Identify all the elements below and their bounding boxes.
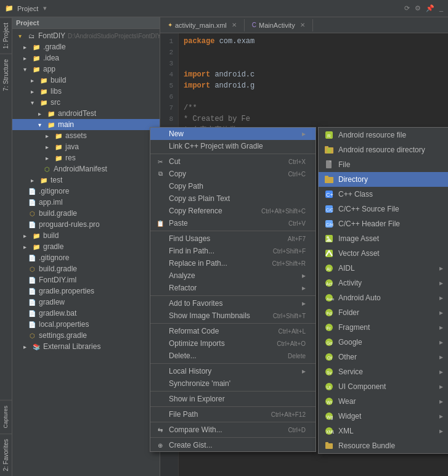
- tree-item-assets[interactable]: ▸ 📁 assets: [12, 130, 160, 141]
- tree-item-proguard[interactable]: 📄 proguard-rules.pro: [12, 219, 160, 230]
- menu-copyref-label: Copy Reference: [169, 207, 222, 215]
- tree-item-localprops[interactable]: 📄 local.properties: [12, 319, 160, 330]
- sync-icon[interactable]: ⟳: [404, 4, 410, 12]
- menu-item-replacepath[interactable]: Replace in Path... Ctrl+Shift+R: [150, 257, 316, 269]
- tree-item-manifest[interactable]: ⬡ AndroidManifest: [12, 163, 160, 174]
- menu-item-paste[interactable]: 📋 Paste Ctrl+V: [150, 217, 316, 229]
- menu-item-cut[interactable]: ✂ Cut Ctrl+X: [150, 155, 316, 168]
- menu-favorites-arrow: ▸: [302, 299, 306, 308]
- icon-proguard: 📄: [27, 220, 37, 229]
- icon-buildgradle1: ⬡: [27, 208, 37, 218]
- tree-item-build1[interactable]: ▸ 📁 build: [12, 75, 160, 86]
- tree-item-build2[interactable]: ▸ 📁 build: [12, 230, 160, 241]
- menu-item-optimize[interactable]: Optimize Imports Ctrl+Alt+O: [150, 337, 316, 350]
- tree-item-gitignore1[interactable]: 📄 .gitignore: [12, 186, 160, 197]
- menu-item-creategist[interactable]: ⊕ Create Gist...: [150, 439, 316, 451]
- icon-localprops: 📄: [27, 319, 37, 329]
- menu-item-localhistory[interactable]: Local History ▸: [150, 365, 316, 377]
- icon-extlibs: 📚: [31, 342, 41, 351]
- menu-item-showexplorer[interactable]: Show in Explorer: [150, 393, 316, 405]
- tab-main-activity-label: MainActivity: [259, 22, 295, 29]
- tree-item-main[interactable]: ▾ 📁 main: [12, 119, 160, 130]
- tree-item-java[interactable]: ▸ 📁 java: [12, 141, 160, 152]
- tree-label-gradle: .gradle: [43, 43, 66, 51]
- tree-label-fontdiyiml: FontDIY.iml: [39, 276, 76, 284]
- tree-item-settingsgradle[interactable]: ⬡ settings.gradle: [12, 330, 160, 341]
- tree-item-gradlewbat[interactable]: 📄 gradlew.bat: [12, 308, 160, 319]
- folder-icon-build1: 📁: [39, 75, 49, 85]
- tree-item-gradlew[interactable]: 📄 gradlew: [12, 297, 160, 308]
- menu-item-thumbnails[interactable]: Show Image Thumbnails Ctrl+Shift+T: [150, 310, 316, 322]
- menu-delete-shortcut: Delete: [275, 353, 306, 359]
- menu-item-findusages[interactable]: Find Usages Alt+F7: [150, 232, 316, 245]
- menu-findinpath-label: Find in Path...: [169, 247, 214, 255]
- title-bar: 📁 Project ▾ ⟳ ⚙ 📌 _: [0, 0, 448, 17]
- sidebar-tab-favorites[interactable]: 2: Favorites: [0, 433, 12, 476]
- sidebar-tab-project[interactable]: 1: Project: [0, 17, 12, 54]
- menu-item-comparewith[interactable]: ⇆ Compare With... Ctrl+D: [150, 424, 316, 436]
- tab-main-close-icon[interactable]: ✕: [300, 22, 305, 28]
- menu-item-reformat[interactable]: Reformat Code Ctrl+Alt+L: [150, 325, 316, 337]
- tab-activity-main[interactable]: ✦ activity_main.xml ✕: [160, 19, 245, 31]
- menu-thumbnails-label: Show Image Thumbnails: [169, 311, 250, 320]
- tree-item-gitignore2[interactable]: 📄 .gitignore: [12, 252, 160, 263]
- tree-label-gitignore2: .gitignore: [39, 253, 69, 262]
- tree-item-gradle[interactable]: ▸ 📁 .gradle: [12, 41, 160, 52]
- menu-item-refactor[interactable]: Refactor ▸: [150, 282, 316, 294]
- menu-sep4: [150, 323, 316, 324]
- folder-icon-res: 📁: [54, 153, 63, 163]
- tree-item-app[interactable]: ▾ 📁 app: [12, 64, 160, 75]
- tree-item-buildgradle1[interactable]: ⬡ build.gradle: [12, 208, 160, 219]
- menu-item-link-cpp[interactable]: Link C++ Project with Gradle: [150, 140, 316, 152]
- expand-icon-build1: ▸: [27, 75, 37, 85]
- icon-gitignore2: 📄: [27, 253, 37, 263]
- minimize-icon[interactable]: _: [439, 4, 443, 12]
- icon-settingsgradle: ⬡: [27, 330, 37, 340]
- menu-item-copy[interactable]: ⧉ Copy Ctrl+C: [150, 168, 316, 180]
- menu-item-delete[interactable]: Delete... Delete: [150, 350, 316, 362]
- tree-item-gradleprops[interactable]: 📄 gradle.properties: [12, 285, 160, 297]
- tree-item-fontdiyiml[interactable]: 📄 FontDIY.iml: [12, 274, 160, 285]
- tree-item-gradle2[interactable]: ▸ 📁 gradle: [12, 241, 160, 252]
- tree-item-res[interactable]: ▸ 📁 res: [12, 152, 160, 163]
- tree-label-settingsgradle: settings.gradle: [39, 331, 87, 340]
- menu-item-synchronize[interactable]: Synchronize 'main': [150, 377, 316, 390]
- tree-label-assets: assets: [65, 131, 87, 140]
- menu-item-filepath[interactable]: File Path Ctrl+Alt+F12: [150, 408, 316, 421]
- menu-copyplain-label: Copy as Plain Text: [169, 194, 230, 203]
- menu-item-copypath[interactable]: Copy Path: [150, 180, 316, 192]
- pin-icon[interactable]: 📌: [426, 4, 434, 12]
- icon-buildgradle2: ⬡: [27, 264, 37, 274]
- menu-item-analyze[interactable]: Analyze ▸: [150, 269, 316, 282]
- menu-item-copyplain[interactable]: Copy as Plain Text: [150, 192, 316, 205]
- project-tree[interactable]: ▾ 🗂 FontDIY D:\AndroidStudioProjects\Fon…: [12, 29, 160, 476]
- tab-main-activity[interactable]: C MainActivity ✕: [245, 19, 313, 31]
- tree-item-src[interactable]: ▾ 📁 src: [12, 97, 160, 108]
- menu-item-findinpath[interactable]: Find in Path... Ctrl+Shift+F: [150, 245, 316, 257]
- menu-item-favorites[interactable]: Add to Favorites ▸: [150, 297, 316, 310]
- gear-icon[interactable]: ⚙: [415, 4, 421, 12]
- tree-item-buildgradle2[interactable]: ⬡ build.gradle: [12, 263, 160, 274]
- menu-item-new[interactable]: New ▸: [150, 128, 316, 140]
- menu-item-copyref[interactable]: Copy Reference Ctrl+Alt+Shift+C: [150, 205, 316, 217]
- tree-label-gradlewbat: gradlew.bat: [39, 309, 76, 318]
- tree-item-androidtest[interactable]: ▸ 📁 androidTest: [12, 108, 160, 119]
- tree-item-appiml[interactable]: 📄 app.iml: [12, 197, 160, 208]
- sidebar-tab-captures[interactable]: Captures: [0, 400, 12, 433]
- expand-icon-gradle: ▸: [20, 42, 30, 52]
- menu-comparewith-icon: ⇆: [155, 427, 165, 433]
- tree-item-extlibs[interactable]: ▸ 📚 External Libraries: [12, 341, 160, 352]
- tree-item-libs[interactable]: ▸ 📁 libs: [12, 86, 160, 97]
- title-dropdown-icon[interactable]: ▾: [43, 4, 47, 12]
- menu-sep2: [150, 231, 316, 231]
- sidebar-tab-structure[interactable]: 7: Structure: [0, 54, 12, 96]
- tree-label-idea: .idea: [43, 54, 59, 62]
- menu-copyref-shortcut: Ctrl+Alt+Shift+C: [249, 208, 306, 215]
- tab-close-icon[interactable]: ✕: [232, 22, 237, 28]
- tree-item-fontdiy[interactable]: ▾ 🗂 FontDIY D:\AndroidStudioProjects\Fon…: [12, 30, 160, 41]
- expand-icon-build2: ▸: [20, 231, 30, 240]
- tree-item-test[interactable]: ▸ 📁 test: [12, 174, 160, 186]
- tree-item-idea[interactable]: ▸ 📁 .idea: [12, 52, 160, 64]
- tree-label-res: res: [65, 154, 76, 162]
- icon-appiml: 📄: [27, 197, 37, 207]
